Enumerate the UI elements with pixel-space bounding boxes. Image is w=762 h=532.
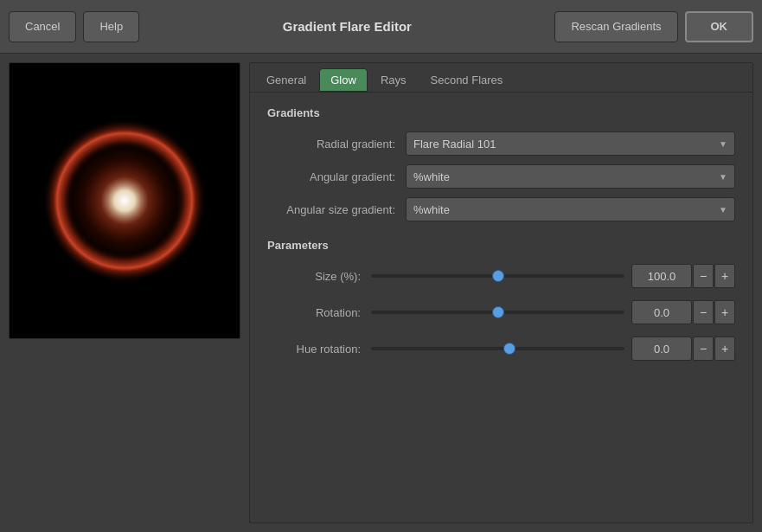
tab-general[interactable]: General (255, 68, 317, 92)
rescan-button[interactable]: Rescan Gradients (554, 11, 677, 42)
size-row: Size (%): 100.0 − + (267, 264, 735, 288)
svg-point-1 (55, 131, 194, 270)
angular-gradient-row: Angular gradient: %white ▼ (267, 164, 735, 189)
toolbar: Cancel Help Gradient Flare Editor Rescan… (0, 0, 762, 54)
rotation-label: Rotation: (267, 306, 371, 319)
parameters-section: Parameters Size (%): 100.0 − + Rotation: (267, 239, 735, 361)
rotation-slider-container (371, 304, 624, 321)
angular-size-row: Angular size gradient: %white ▼ (267, 197, 735, 221)
size-slider[interactable] (371, 274, 624, 278)
size-minus-button[interactable]: − (693, 264, 714, 288)
help-button[interactable]: Help (83, 11, 139, 42)
radial-label: Radial gradient: (267, 138, 406, 151)
angular-label: Angular gradient: (267, 170, 406, 183)
angular-size-label: Angular size gradient: (267, 203, 406, 216)
rotation-row: Rotation: 0.0 − + (267, 300, 735, 324)
hue-plus-button[interactable]: + (714, 337, 735, 361)
size-slider-container (371, 267, 624, 285)
angular-size-value: %white (413, 203, 714, 216)
hue-label: Hue rotation: (267, 343, 371, 356)
parameters-title: Parameters (267, 239, 735, 252)
hue-slider[interactable] (371, 347, 624, 350)
right-panel: General Glow Rays Second Flares Gradient… (249, 62, 753, 523)
gradients-title: Gradients (267, 106, 735, 119)
tab-second-flares[interactable]: Second Flares (419, 68, 515, 92)
angular-arrow-icon: ▼ (719, 172, 727, 182)
radial-gradient-row: Radial gradient: Flare Radial 101 ▼ (267, 131, 735, 156)
cancel-button[interactable]: Cancel (9, 11, 76, 42)
angular-dropdown[interactable]: %white ▼ (406, 164, 735, 189)
size-value: 100.0 (631, 264, 692, 288)
hue-value: 0.0 (631, 337, 692, 361)
panel-content: Gradients Radial gradient: Flare Radial … (250, 93, 752, 522)
angular-value: %white (413, 170, 714, 183)
radial-dropdown[interactable]: Flare Radial 101 ▼ (406, 131, 735, 156)
size-label: Size (%): (267, 270, 371, 283)
angular-size-arrow-icon: ▼ (719, 205, 727, 215)
flare-preview-svg (29, 106, 220, 296)
tab-glow[interactable]: Glow (319, 68, 368, 92)
rotation-plus-button[interactable]: + (714, 300, 735, 324)
app-title: Gradient Flare Editor (146, 19, 547, 34)
gradients-section: Gradients Radial gradient: Flare Radial … (267, 106, 735, 221)
tabs: General Glow Rays Second Flares (250, 63, 752, 93)
rotation-minus-button[interactable]: − (693, 300, 714, 324)
angular-size-dropdown[interactable]: %white ▼ (406, 197, 735, 221)
hue-slider-container (371, 340, 624, 357)
hue-minus-button[interactable]: − (693, 337, 714, 361)
radial-arrow-icon: ▼ (719, 139, 727, 149)
rotation-slider[interactable] (371, 311, 624, 314)
tab-rays[interactable]: Rays (369, 68, 418, 92)
rotation-value: 0.0 (631, 300, 692, 324)
hue-row: Hue rotation: 0.0 − + (267, 337, 735, 361)
main-area: General Glow Rays Second Flares Gradient… (0, 54, 762, 532)
size-plus-button[interactable]: + (714, 264, 735, 288)
preview-canvas (9, 62, 240, 339)
radial-value: Flare Radial 101 (413, 138, 714, 151)
ok-button[interactable]: OK (685, 11, 754, 42)
